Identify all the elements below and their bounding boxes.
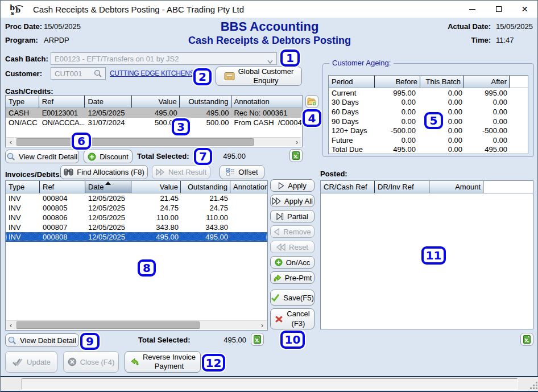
annotation-callout: 1 — [280, 49, 300, 67]
offset-button[interactable]: Offset — [220, 165, 264, 179]
ageing-row: Total Due 495.00 0.00 495.00 — [329, 145, 528, 154]
invoices-table-body: INV 000804 12/05/2025 21.45 21.45 INV 00… — [6, 193, 267, 242]
binoculars-icon — [64, 168, 73, 176]
annotation-callout: 2 — [193, 68, 212, 85]
cancel-x-icon — [275, 315, 283, 323]
column-header[interactable]: DR/Inv Ref — [375, 181, 429, 193]
close-form-button[interactable]: Close (F4) — [63, 351, 119, 373]
update-button[interactable]: Update — [5, 351, 57, 373]
svg-text:b: b — [15, 6, 20, 14]
column-header-sorted[interactable]: Date — [85, 181, 131, 193]
reset-button[interactable]: Reset — [270, 241, 314, 253]
excel-icon — [523, 335, 531, 344]
table-row[interactable]: INV 000808 12/05/2025 495.00 495.00 — [6, 232, 267, 242]
column-header[interactable]: CR/Cash Ref — [321, 181, 375, 193]
scrollbar-thumb[interactable] — [16, 321, 200, 329]
remove-label: Remove — [283, 228, 311, 236]
minimize-button[interactable] — [460, 1, 485, 18]
export-invoices-excel-button[interactable] — [251, 333, 264, 346]
global-customer-enquiry-button[interactable]: Global Customer Enquiry — [216, 67, 302, 86]
column-header[interactable]: Annotation — [230, 181, 267, 193]
close-button[interactable]: ✕ — [512, 1, 537, 18]
column-header[interactable]: After — [463, 76, 510, 88]
apply-label: Apply — [288, 181, 307, 190]
enquiry-terminal-icon — [224, 72, 235, 81]
on-account-label: On/Acc — [286, 258, 311, 267]
export-posted-excel-button[interactable] — [520, 333, 533, 346]
apply-button[interactable]: Apply — [270, 179, 314, 192]
customer-code-field[interactable]: CUT001 — [51, 67, 106, 80]
actual-date-label: Actual Date: — [399, 22, 491, 31]
column-header[interactable]: Value — [132, 96, 180, 108]
horizontal-scrollbar[interactable]: ‹ › — [6, 320, 267, 329]
column-header[interactable]: Amount — [429, 181, 483, 193]
folder-add-icon — [307, 97, 317, 106]
column-header[interactable]: Ref — [40, 181, 85, 193]
pre-payment-arrow-icon — [273, 274, 282, 282]
remove-button[interactable]: Remove — [270, 225, 314, 238]
customer-search-button[interactable] — [92, 68, 104, 79]
add-cash-batch-line-button[interactable] — [305, 95, 318, 108]
apply-all-icon — [272, 197, 281, 205]
save-button[interactable]: Save(F5) — [270, 290, 314, 306]
apply-icon — [278, 182, 284, 189]
scroll-left-arrow[interactable]: ‹ — [6, 321, 15, 329]
window-title: Cash Receipts & Debtors Posting - ABC Tr… — [33, 5, 244, 14]
next-result-button[interactable]: Next Result — [152, 165, 210, 179]
column-header[interactable]: Date — [85, 96, 132, 108]
export-cash-credits-excel-button[interactable] — [289, 149, 303, 162]
status-bar — [1, 377, 538, 391]
apply-all-label: Apply All — [284, 197, 313, 205]
table-row[interactable]: INV 000806 12/05/2025 110.00 110.00 — [6, 213, 267, 222]
total-selected-value: 495.00 — [194, 336, 246, 344]
column-header-filler — [510, 76, 528, 88]
apply-all-button[interactable]: Apply All — [270, 195, 314, 207]
column-header[interactable]: Outstanding — [180, 96, 231, 108]
table-row[interactable]: INV 000804 12/05/2025 21.45 21.45 — [6, 193, 267, 203]
customer-ageing-legend: Customer Ageing: — [329, 59, 394, 67]
table-row[interactable]: INV 000805 12/05/2025 24.75 24.75 — [6, 203, 267, 213]
column-header[interactable]: Ref — [39, 96, 85, 108]
column-header[interactable]: Type — [6, 96, 39, 108]
view-debit-detail-button[interactable]: View Debit Detail — [5, 333, 79, 347]
customer-name-link[interactable]: CUTTING EDGE KITCHENS — [110, 69, 194, 77]
scroll-right-arrow[interactable]: › — [292, 138, 301, 146]
column-header[interactable]: Before — [375, 76, 420, 88]
maximize-button[interactable] — [486, 1, 511, 18]
table-row[interactable]: CASH E00123001 12/05/2025 495.00 495.00 … — [6, 108, 302, 118]
reverse-invoice-payment-button[interactable]: Reverse Invoice Payment — [125, 351, 201, 373]
cancel-button[interactable]: Cancel (F3) — [270, 308, 314, 329]
horizontal-scrollbar[interactable]: ‹ › — [6, 137, 301, 146]
table-row[interactable]: INV 000807 12/05/2025 343.80 343.80 — [6, 222, 267, 232]
annotation-callout: 8 — [138, 259, 156, 277]
resize-grip[interactable] — [529, 382, 537, 390]
pre-payment-button[interactable]: Pre-Pmt — [270, 271, 314, 284]
partial-button[interactable]: Partial — [270, 210, 314, 222]
column-header[interactable]: Value — [131, 181, 181, 193]
scroll-left-arrow[interactable]: ‹ — [6, 138, 15, 146]
find-allocations-label: Find Allocations (F8) — [77, 168, 144, 176]
column-header-filler — [483, 181, 533, 193]
annotation-callout: 4 — [303, 109, 321, 127]
column-header[interactable]: Outstanding — [181, 181, 230, 193]
on-account-button[interactable]: On/Acc — [270, 256, 314, 269]
scroll-right-arrow[interactable]: › — [258, 321, 267, 329]
table-row[interactable]: ON/ACC ON/ACCCA... 31/07/2024 500.00 500… — [6, 118, 302, 127]
discount-button[interactable]: Discount — [84, 150, 133, 163]
remove-icon — [274, 228, 280, 236]
column-header[interactable]: This Batch — [420, 76, 463, 88]
reverse-label-line1: Reverse Invoice — [143, 353, 196, 361]
update-check-icon — [12, 358, 23, 366]
column-header[interactable]: Annotation — [231, 96, 303, 108]
scrollbar-thumb[interactable] — [16, 138, 254, 146]
ageing-row: Future 0.00 0.00 0.00 — [329, 135, 528, 145]
next-result-label: Next Result — [168, 168, 206, 176]
column-header[interactable]: Period — [329, 76, 375, 88]
column-header[interactable]: Type — [6, 181, 40, 193]
cash-batch-combobox[interactable]: E00123 - EFT/Transfers on 01 by JS2 — [51, 52, 277, 65]
annotation-callout: 7 — [194, 148, 212, 165]
view-credit-detail-label: View Credit Detail — [19, 152, 77, 161]
view-credit-detail-button[interactable]: View Credit Detail — [5, 150, 79, 163]
find-allocations-button[interactable]: Find Allocations (F8) — [60, 165, 148, 179]
reset-label: Reset — [289, 243, 308, 251]
